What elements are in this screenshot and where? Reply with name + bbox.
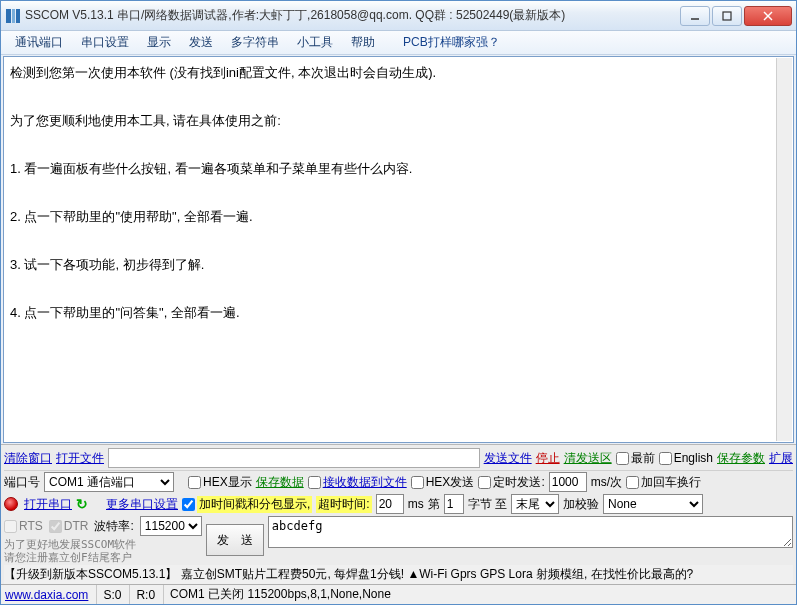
hex-show-checkbox[interactable]: HEX显示 (188, 474, 252, 491)
topmost-checkbox[interactable]: 最前 (616, 450, 655, 467)
add-crlf-checkbox[interactable]: 加回车换行 (626, 474, 701, 491)
menu-display[interactable]: 显示 (139, 32, 179, 53)
timeout-input[interactable] (376, 494, 404, 514)
svg-rect-2 (16, 9, 20, 23)
pkt-end-select[interactable]: 末尾 (511, 494, 559, 514)
byte-to-label: 字节 至 (468, 496, 507, 513)
save-params-button[interactable]: 保存参数 (717, 450, 765, 467)
bottom-promo-text[interactable]: 【升级到新版本SSCOM5.13.1】 嘉立创SMT贴片工程费50元, 每焊盘1… (4, 566, 693, 583)
menu-help[interactable]: 帮助 (343, 32, 383, 53)
ms-label: ms (408, 497, 424, 511)
svg-rect-0 (6, 9, 11, 23)
more-port-settings-button[interactable]: 更多串口设置 (106, 496, 178, 513)
menu-multistring[interactable]: 多字符串 (223, 32, 287, 53)
status-sent: S:0 (96, 585, 121, 604)
menu-bar: 通讯端口 串口设置 显示 发送 多字符串 小工具 帮助 PCB打样哪家强？ (1, 31, 796, 55)
settings-row-2: 打开串口 ↻ 更多串口设置 加时间戳和分包显示, 超时时间: ms 第 字节 至… (4, 493, 793, 515)
stop-button[interactable]: 停止 (536, 450, 560, 467)
status-recv: R:0 (129, 585, 155, 604)
receive-textarea[interactable]: 检测到您第一次使用本软件 (没有找到ini配置文件, 本次退出时会自动生成). … (3, 56, 794, 443)
svg-rect-4 (723, 12, 731, 20)
addcheck-label: 加校验 (563, 496, 599, 513)
file-path-field[interactable] (108, 448, 480, 468)
baud-select[interactable]: 115200 (140, 516, 202, 536)
timeout-label: 超时时间: (316, 496, 371, 513)
settings-row-3: RTS DTR 波特率: 115200 为了更好地发展SSCOM软件 请您注册嘉… (4, 515, 793, 565)
control-panel: 清除窗口 打开文件 发送文件 停止 清发送区 最前 English 保存参数 扩… (1, 444, 796, 584)
status-port-info: COM1 已关闭 115200bps,8,1,None,None (163, 585, 792, 604)
settings-row-1: 端口号 COM1 通信端口 HEX显示 保存数据 接收数据到文件 HEX发送 定… (4, 471, 793, 493)
clear-window-button[interactable]: 清除窗口 (4, 450, 52, 467)
expand-button[interactable]: 扩展 (769, 450, 793, 467)
refresh-icon[interactable]: ↻ (76, 496, 88, 512)
title-bar: SSCOM V5.13.1 串口/网络数据调试器,作者:大虾丁丁,2618058… (1, 1, 796, 31)
clear-send-button[interactable]: 清发送区 (564, 450, 612, 467)
send-interval-input[interactable] (549, 472, 587, 492)
timestamp-check-input (182, 498, 195, 511)
app-icon (5, 8, 21, 24)
port-select[interactable]: COM1 通信端口 (44, 472, 174, 492)
vertical-scrollbar[interactable] (776, 58, 792, 441)
minimize-button[interactable] (680, 6, 710, 26)
pkt-start-input[interactable] (444, 494, 464, 514)
window-title: SSCOM V5.13.1 串口/网络数据调试器,作者:大虾丁丁,2618058… (25, 7, 680, 24)
port-status-icon (4, 497, 18, 511)
window-buttons (680, 6, 792, 26)
menu-send[interactable]: 发送 (181, 32, 221, 53)
save-data-button[interactable]: 保存数据 (256, 474, 304, 491)
menu-promo-link[interactable]: PCB打样哪家强？ (403, 34, 500, 51)
maximize-button[interactable] (712, 6, 742, 26)
check-select[interactable]: None (603, 494, 703, 514)
di-label: 第 (428, 496, 440, 513)
app-window: SSCOM V5.13.1 串口/网络数据调试器,作者:大虾丁丁,2618058… (0, 0, 797, 605)
status-bar: www.daxia.com S:0 R:0 COM1 已关闭 115200bps… (1, 584, 796, 604)
timestamp-checkbox[interactable]: 加时间戳和分包显示, (182, 496, 312, 513)
receive-text: 检测到您第一次使用本软件 (没有找到ini配置文件, 本次退出时会自动生成). … (10, 61, 787, 325)
send-button[interactable]: 发 送 (206, 524, 264, 556)
baud-label: 波特率: (94, 518, 133, 535)
rts-checkbox[interactable]: RTS (4, 519, 43, 533)
menu-port-settings[interactable]: 串口设置 (73, 32, 137, 53)
msper-label: ms/次 (591, 474, 622, 491)
timed-send-checkbox[interactable]: 定时发送: (478, 474, 544, 491)
open-file-button[interactable]: 打开文件 (56, 450, 104, 467)
menu-tools[interactable]: 小工具 (289, 32, 341, 53)
menu-comm-port[interactable]: 通讯端口 (7, 32, 71, 53)
port-label: 端口号 (4, 474, 40, 491)
svg-rect-1 (12, 9, 15, 23)
close-button[interactable] (744, 6, 792, 26)
send-file-button[interactable]: 发送文件 (484, 450, 532, 467)
dtr-checkbox[interactable]: DTR (49, 519, 89, 533)
english-checkbox[interactable]: English (659, 451, 713, 465)
hex-send-checkbox[interactable]: HEX发送 (411, 474, 475, 491)
send-textarea[interactable] (268, 516, 793, 548)
promo-gray-text: 为了更好地发展SSCOM软件 请您注册嘉立创F结尾客户 (4, 538, 202, 564)
recv-to-file-checkbox[interactable]: 接收数据到文件 (308, 474, 407, 491)
actions-row: 清除窗口 打开文件 发送文件 停止 清发送区 最前 English 保存参数 扩… (4, 447, 793, 471)
bottom-promo-bar: 【升级到新版本SSCOM5.13.1】 嘉立创SMT贴片工程费50元, 每焊盘1… (4, 565, 793, 584)
open-port-button[interactable]: 打开串口 (24, 496, 72, 513)
status-url[interactable]: www.daxia.com (5, 588, 88, 602)
